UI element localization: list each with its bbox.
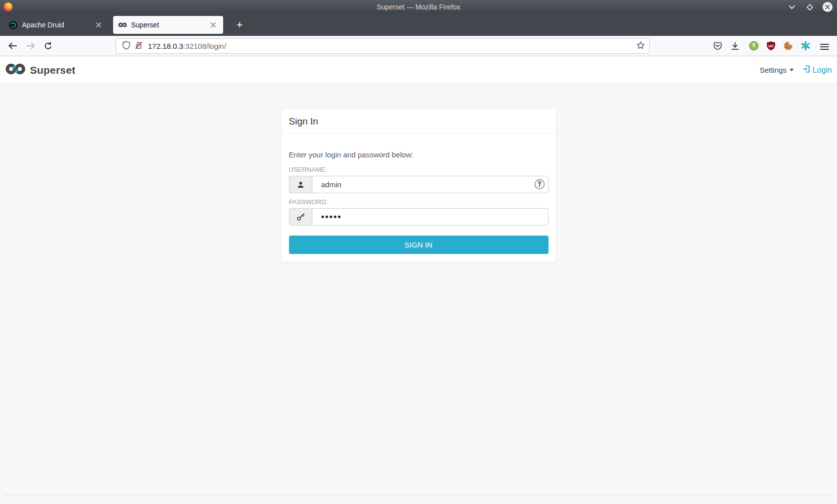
login-link[interactable]: Login: [803, 65, 832, 75]
app-navbar-right: Settings Login: [760, 56, 832, 84]
sign-in-title: Sign In: [281, 109, 556, 133]
user-icon: [289, 176, 312, 193]
username-input-group: [289, 176, 549, 193]
tab-apache-druid[interactable]: Apache Druid: [4, 16, 109, 34]
window-titlebar: Superset — Mozilla Firefox: [0, 0, 837, 14]
username-label: USERNAME:: [289, 166, 549, 173]
password-input[interactable]: [312, 208, 549, 226]
maximize-button[interactable]: [804, 1, 815, 12]
window-title: Superset — Mozilla Firefox: [0, 3, 837, 11]
forward-button[interactable]: [23, 38, 38, 53]
url-text: 172.18.0.3:32108/login/: [148, 42, 636, 50]
download-icon[interactable]: [729, 40, 740, 51]
privacy-badger-icon[interactable]: [748, 40, 759, 51]
new-tab-button[interactable]: +: [232, 17, 247, 32]
footer-divider: [4, 495, 833, 495]
caret-down-icon: [790, 69, 794, 71]
extension-asterisk-icon[interactable]: [800, 40, 811, 51]
menu-icon[interactable]: [819, 41, 830, 52]
username-input[interactable]: [312, 176, 549, 193]
page-body: Sign In Enter your login and password be…: [0, 84, 837, 504]
login-label: Login: [813, 66, 832, 75]
minimize-button[interactable]: [786, 1, 797, 12]
superset-logo[interactable]: Superset: [5, 56, 75, 84]
settings-label: Settings: [760, 66, 787, 74]
pocket-button[interactable]: [712, 40, 723, 51]
brand-name: Superset: [30, 64, 75, 76]
settings-menu[interactable]: Settings: [760, 66, 794, 74]
tab-superset[interactable]: Superset: [113, 16, 223, 34]
tab-close-icon[interactable]: [208, 20, 218, 30]
password-input-group: [289, 208, 549, 226]
navigation-toolbar: 172.18.0.3:32108/login/ UO: [0, 36, 837, 56]
lock-slash-icon[interactable]: [135, 41, 143, 52]
url-bar[interactable]: 172.18.0.3:32108/login/: [116, 38, 650, 54]
tab-close-icon[interactable]: [94, 20, 104, 30]
cookie-icon[interactable]: [783, 40, 794, 51]
url-path: :32108/login/: [183, 42, 226, 50]
close-button[interactable]: [822, 1, 833, 12]
tab-label: Superset: [131, 21, 208, 29]
shield-icon[interactable]: [122, 41, 131, 52]
sign-in-button[interactable]: SIGN IN: [289, 236, 549, 254]
reload-button[interactable]: [40, 38, 55, 53]
ublock-origin-icon[interactable]: UO: [765, 40, 776, 51]
bookmark-star-icon[interactable]: [636, 41, 645, 52]
back-button[interactable]: [5, 38, 20, 53]
login-icon: [803, 65, 810, 75]
key-icon: [289, 208, 312, 226]
url-host: 172.18.0.3: [148, 42, 183, 50]
form-instruction: Enter your login and password below:: [289, 150, 549, 159]
keepassxc-icon[interactable]: [534, 179, 545, 190]
superset-favicon-icon: [118, 20, 127, 29]
druid-favicon-icon: [9, 20, 18, 29]
tab-bar: Apache Druid Superset +: [0, 14, 837, 36]
app-navbar: Superset Settings Login: [0, 56, 837, 84]
password-label: PASSWORD:: [289, 198, 549, 206]
sign-in-card: Sign In Enter your login and password be…: [281, 109, 557, 262]
sign-in-form: Enter your login and password below: USE…: [281, 150, 556, 254]
screen: Superset — Mozilla Firefox Apache D: [0, 0, 837, 504]
superset-logo-icon: [5, 63, 26, 77]
tab-label: Apache Druid: [22, 21, 94, 29]
svg-text:UO: UO: [768, 44, 774, 48]
window-controls: [786, 0, 833, 14]
